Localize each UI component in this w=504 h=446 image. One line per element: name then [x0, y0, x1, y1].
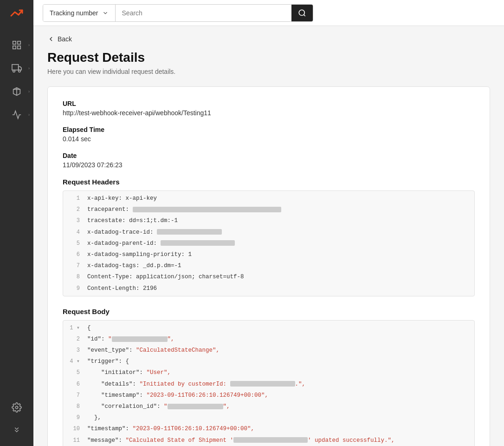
- search-type-dropdown[interactable]: Tracking number: [43, 5, 116, 21]
- expand-icon: [13, 426, 21, 434]
- date-label: Date: [63, 152, 475, 159]
- table-row: 5 "initiator": "User",: [63, 367, 474, 378]
- table-row: 10"timestamp": "2023-09-11T06:26:10.1267…: [63, 423, 474, 434]
- table-row: 8Content-Type: application/json; charset…: [63, 271, 474, 282]
- content-area: Back Request Details Here you can view i…: [33, 26, 504, 446]
- table-row: 3tracestate: dd=s:1;t.dm:-1: [63, 215, 474, 226]
- search-type-label: Tracking number: [50, 9, 98, 17]
- app-logo[interactable]: [7, 6, 26, 24]
- chevron-right-icon: ›: [28, 89, 30, 94]
- chevron-right-icon: ›: [28, 66, 30, 71]
- sidebar: › › › › ›: [0, 0, 33, 446]
- table-row: 6 "details": "Initiated by customerId: X…: [63, 379, 474, 390]
- table-row: 11"message": "Calculated State of Shipme…: [63, 435, 474, 446]
- chevron-right-icon: ›: [28, 112, 30, 117]
- table-row: 7x-datadog-tags: _dd.p.dm=-1: [63, 260, 474, 271]
- table-row: 4 ▾"trigger": {: [63, 356, 474, 367]
- chart-icon: [12, 110, 22, 120]
- grid-icon: [12, 40, 22, 50]
- table-row: 3"event_type": "CalculatedStateChange",: [63, 345, 474, 356]
- svg-marker-5: [19, 66, 21, 70]
- table-row: 9 },: [63, 412, 474, 423]
- chevron-down-icon: [102, 10, 109, 16]
- svg-point-11: [299, 10, 304, 15]
- search-button[interactable]: [291, 4, 313, 22]
- svg-rect-0: [13, 41, 16, 44]
- svg-rect-3: [18, 46, 20, 49]
- svg-rect-2: [13, 46, 16, 49]
- request-body-block: 1 ▾{2"id": "X",3"event_type": "Calculate…: [63, 320, 475, 446]
- table-row: 4x-datadog-trace-id: REDACTED: [63, 227, 474, 238]
- table-row: 2traceparent: REDACTED: [63, 204, 474, 215]
- table-row: 5x-datadog-parent-id: REDACTED: [63, 238, 474, 249]
- svg-point-6: [13, 70, 15, 72]
- truck-icon: [12, 63, 22, 73]
- sidebar-item-orders[interactable]: ›: [0, 80, 33, 103]
- elapsed-label: Elapsed Time: [63, 126, 475, 133]
- body-section-title: Request Body: [63, 308, 475, 315]
- back-link[interactable]: Back: [47, 35, 490, 43]
- sidebar-item-settings[interactable]: ›: [12, 396, 22, 419]
- sidebar-item-dashboard[interactable]: ›: [0, 33, 33, 57]
- url-label: URL: [63, 100, 475, 107]
- search-container: Tracking number: [43, 4, 313, 22]
- table-row: 7 "timestamp": "2023-09-11T06:26:10.1267…: [63, 390, 474, 401]
- page-title: Request Details: [47, 50, 490, 65]
- url-value: http://test-webhook-receiver-api/webhook…: [63, 109, 475, 117]
- sidebar-expand-button[interactable]: [12, 419, 22, 440]
- search-icon: [298, 9, 306, 17]
- sidebar-item-shipping[interactable]: ›: [0, 57, 33, 80]
- table-row: 2"id": "X",: [63, 334, 474, 345]
- sidebar-item-analytics[interactable]: ›: [0, 103, 33, 126]
- table-row: 1x-api-key: x-api-key: [63, 191, 474, 204]
- box-icon: [12, 86, 22, 97]
- request-details-card: URL http://test-webhook-receiver-api/web…: [47, 86, 490, 446]
- svg-rect-1: [18, 41, 20, 44]
- svg-rect-4: [12, 65, 19, 70]
- chevron-right-icon: ›: [28, 43, 30, 47]
- header: Tracking number: [33, 0, 504, 26]
- chevron-left-icon: [47, 35, 55, 43]
- main-panel: Tracking number Back Request Details Her…: [33, 0, 504, 446]
- table-row: 8 "correlation_id": "X",: [63, 401, 474, 412]
- table-row: 9Content-Length: 2196: [63, 283, 474, 296]
- table-row: 6x-datadog-sampling-priority: 1: [63, 249, 474, 260]
- svg-point-7: [19, 70, 21, 72]
- table-row: 1 ▾{: [63, 321, 474, 334]
- chevron-right-icon: ›: [17, 405, 18, 410]
- date-value: 11/09/2023 07:26:23: [63, 161, 475, 169]
- request-headers-block: 1x-api-key: x-api-key2traceparent: REDAC…: [63, 190, 475, 296]
- svg-line-12: [304, 14, 305, 16]
- headers-section-title: Request Headers: [63, 178, 475, 186]
- search-input[interactable]: [116, 9, 292, 17]
- page-subtitle: Here you can view individual request det…: [47, 68, 490, 75]
- back-label: Back: [58, 35, 72, 43]
- elapsed-value: 0.014 sec: [63, 135, 475, 143]
